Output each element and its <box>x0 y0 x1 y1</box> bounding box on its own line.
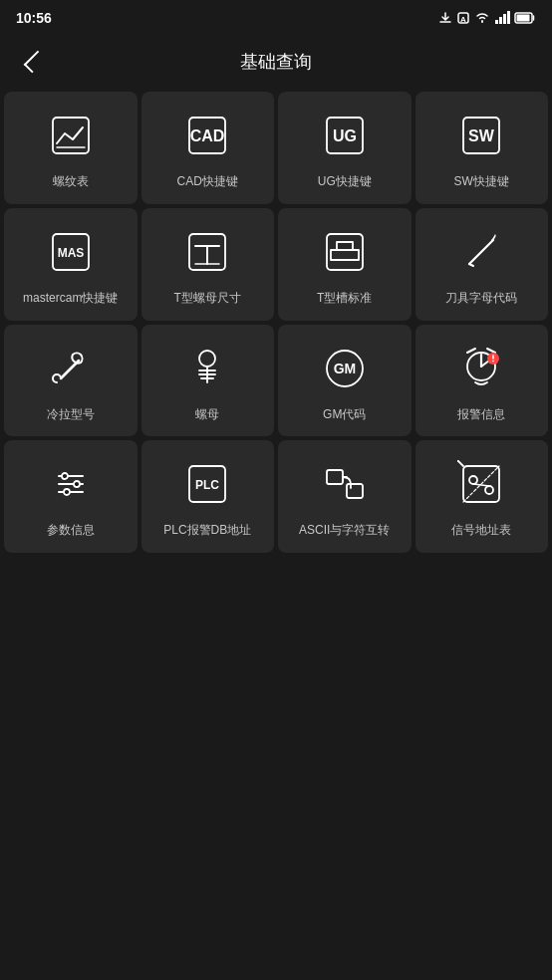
sw-icon: SW <box>455 110 507 161</box>
grid-item-label-signal-address: 信号地址表 <box>451 522 511 539</box>
svg-line-40 <box>487 349 495 353</box>
download-icon <box>438 11 452 25</box>
signal-icon <box>494 11 510 25</box>
svg-rect-23 <box>327 234 363 270</box>
gm-icon: GM <box>319 343 371 394</box>
status-icons: A <box>438 11 536 25</box>
grid-item-label-t-slot-standard: T型槽标准 <box>317 290 372 307</box>
grid-item-screw-bolt[interactable]: 螺母 <box>141 325 275 437</box>
status-bar: 10:56 A <box>0 0 552 36</box>
main-grid: 螺纹表 CADCAD快捷键 UGUG快捷键 SWSW快捷键 MASmasterc… <box>0 88 552 557</box>
page-title: 基础查询 <box>240 50 312 74</box>
grid-item-label-ascii-convert: ASCII与字符互转 <box>299 522 390 539</box>
svg-line-39 <box>467 349 475 353</box>
svg-text:PLC: PLC <box>195 478 219 492</box>
ug-icon: UG <box>319 110 371 161</box>
t-slot-icon <box>319 226 371 278</box>
svg-rect-3 <box>495 20 498 24</box>
back-button[interactable] <box>16 46 48 78</box>
svg-point-49 <box>64 489 70 495</box>
chart-icon <box>45 110 97 161</box>
svg-rect-52 <box>327 470 343 484</box>
grid-item-tool-letter-code[interactable]: 刀具字母代码 <box>415 208 549 321</box>
svg-rect-25 <box>331 250 359 260</box>
ascii-icon <box>319 458 371 510</box>
svg-point-47 <box>62 473 68 479</box>
svg-text:A: A <box>460 15 466 24</box>
grid-item-label-t-nut-size: T型螺母尺寸 <box>174 290 241 307</box>
bolt-icon <box>181 343 233 394</box>
grid-item-label-mastercam-shortcut: mastercam快捷键 <box>23 290 118 307</box>
cad-icon: CAD <box>181 110 233 161</box>
header: 基础查询 <box>0 36 552 88</box>
alarm-icon <box>455 343 507 394</box>
svg-line-59 <box>463 466 499 502</box>
svg-point-29 <box>199 351 215 367</box>
svg-point-57 <box>485 486 493 494</box>
svg-line-28 <box>61 361 79 378</box>
svg-text:CAD: CAD <box>190 127 225 144</box>
svg-point-56 <box>469 476 477 484</box>
grid-item-plc-alarm-db[interactable]: PLCPLC报警DB地址 <box>141 440 275 553</box>
grid-item-label-param-info: 参数信息 <box>47 522 95 539</box>
text-icon: A <box>456 11 470 25</box>
grid-item-sw-shortcut[interactable]: SWSW快捷键 <box>415 92 549 204</box>
grid-item-label-sw-shortcut: SW快捷键 <box>454 173 509 190</box>
svg-text:MAS: MAS <box>57 246 84 260</box>
grid-item-screw-table[interactable]: 螺纹表 <box>4 92 138 204</box>
time: 10:56 <box>16 10 52 26</box>
svg-point-48 <box>74 481 80 487</box>
svg-text:GM: GM <box>333 361 356 376</box>
grid-item-ascii-convert[interactable]: ASCII与字符互转 <box>278 440 412 553</box>
svg-text:UG: UG <box>333 127 357 144</box>
grid-item-gm-code[interactable]: GMGM代码 <box>278 325 412 437</box>
grid-item-label-plc-alarm-db: PLC报警DB地址 <box>163 522 251 539</box>
grid-item-cad-shortcut[interactable]: CADCAD快捷键 <box>141 92 275 204</box>
grid-item-label-screw-bolt: 螺母 <box>195 406 219 423</box>
t-nut-icon <box>181 226 233 278</box>
grid-item-label-cold-draw-type: 冷拉型号 <box>47 406 95 423</box>
svg-line-26 <box>469 240 493 264</box>
grid-item-alarm-info[interactable]: 报警信息 <box>415 325 549 437</box>
svg-text:SW: SW <box>468 127 495 144</box>
svg-rect-24 <box>337 242 353 250</box>
svg-rect-53 <box>347 484 363 498</box>
grid-item-label-gm-code: GM代码 <box>323 406 366 423</box>
svg-line-55 <box>457 460 463 466</box>
svg-point-2 <box>481 21 483 23</box>
svg-point-43 <box>492 360 494 362</box>
svg-rect-8 <box>517 15 530 22</box>
svg-rect-5 <box>503 14 506 24</box>
grid-item-mastercam-shortcut[interactable]: MASmastercam快捷键 <box>4 208 138 321</box>
grid-item-ug-shortcut[interactable]: UGUG快捷键 <box>278 92 412 204</box>
wrench-icon <box>45 343 97 394</box>
grid-item-label-ug-shortcut: UG快捷键 <box>318 173 372 190</box>
grid-item-cold-draw-type[interactable]: 冷拉型号 <box>4 325 138 437</box>
knife-icon <box>455 226 507 278</box>
svg-line-27 <box>469 264 473 266</box>
grid-item-label-cad-shortcut: CAD快捷键 <box>177 173 238 190</box>
grid-item-t-nut-size[interactable]: T型螺母尺寸 <box>141 208 275 321</box>
plc-icon: PLC <box>181 458 233 510</box>
grid-item-t-slot-standard[interactable]: T型槽标准 <box>278 208 412 321</box>
battery-icon <box>514 12 536 24</box>
svg-rect-6 <box>507 11 510 24</box>
grid-item-label-screw-table: 螺纹表 <box>53 173 89 190</box>
mas-icon: MAS <box>45 226 97 278</box>
grid-item-label-alarm-info: 报警信息 <box>457 406 505 423</box>
wifi-icon <box>474 11 490 25</box>
grid-item-param-info[interactable]: 参数信息 <box>4 440 138 553</box>
svg-rect-4 <box>499 17 502 24</box>
signal-map-icon <box>455 458 507 510</box>
grid-item-signal-address[interactable]: 信号地址表 <box>415 440 549 553</box>
grid-item-label-tool-letter-code: 刀具字母代码 <box>445 290 517 307</box>
params-icon <box>45 458 97 510</box>
